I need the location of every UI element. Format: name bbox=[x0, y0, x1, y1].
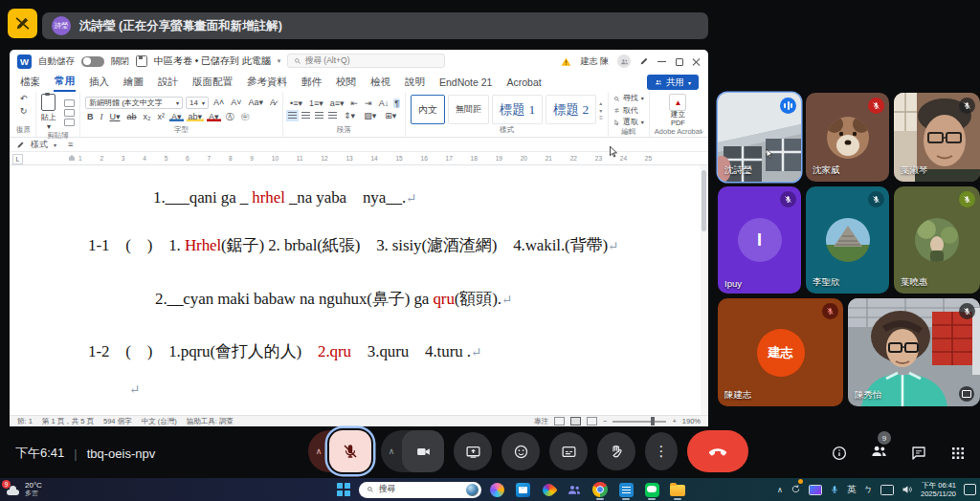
taskbar-app-paint[interactable] bbox=[538, 478, 559, 501]
autosave-toggle[interactable] bbox=[81, 56, 104, 67]
taskbar-app-contacts[interactable] bbox=[615, 478, 636, 501]
style-heading1[interactable]: 標題 1 bbox=[492, 95, 543, 124]
tray-mic-icon[interactable] bbox=[830, 485, 839, 494]
styles-gallery-icon[interactable]: ≡ bbox=[599, 115, 603, 120]
document-scrollbar[interactable] bbox=[701, 165, 707, 415]
tab-acrobat[interactable]: Acrobat bbox=[505, 75, 542, 90]
close-button[interactable] bbox=[692, 57, 701, 66]
tab-selector[interactable]: L bbox=[12, 154, 23, 164]
tab-endnote[interactable]: EndNote 21 bbox=[438, 75, 493, 90]
undo-icon[interactable]: ↶ bbox=[18, 94, 30, 103]
present-screen-button[interactable] bbox=[454, 432, 492, 470]
shrink-font-icon[interactable]: A˅ bbox=[229, 98, 243, 107]
replace-button[interactable]: 取代 bbox=[613, 106, 638, 116]
clear-format-icon[interactable]: A̷ bbox=[268, 98, 278, 107]
subscript-button[interactable]: x₂ bbox=[142, 112, 153, 121]
redo-icon[interactable]: ↻ bbox=[18, 106, 30, 116]
participant-tile[interactable]: 沈家威 bbox=[806, 93, 889, 182]
outdent-icon[interactable]: ⇤ bbox=[349, 98, 361, 108]
annotation-toggle-button[interactable] bbox=[8, 9, 37, 38]
copy-icon[interactable] bbox=[64, 109, 75, 117]
tab-insert[interactable]: 插入 bbox=[88, 74, 110, 91]
find-button[interactable]: 尋找▾ bbox=[613, 94, 644, 103]
bullet-list-icon[interactable]: •≡▾ bbox=[288, 98, 304, 108]
save-icon[interactable] bbox=[136, 55, 147, 67]
account-name[interactable]: 建志 陳 bbox=[580, 55, 609, 68]
style-normal[interactable]: 內文 bbox=[411, 95, 445, 124]
tab-view[interactable]: 檢視 bbox=[369, 74, 391, 91]
document-title[interactable]: 中區考卷 • 已儲存到 此電腦 bbox=[154, 54, 271, 68]
show-marks-icon[interactable]: ¶ bbox=[393, 98, 400, 108]
number-list-icon[interactable]: 1≡▾ bbox=[307, 98, 325, 108]
mic-mute-button[interactable] bbox=[329, 430, 371, 472]
participant-tile[interactable]: 沈詩瑩 bbox=[718, 93, 801, 182]
participant-tile[interactable]: 葉曉惠 bbox=[894, 186, 980, 294]
camera-button[interactable] bbox=[402, 430, 444, 472]
minimize-button[interactable] bbox=[657, 57, 666, 66]
superscript-button[interactable]: x² bbox=[156, 112, 167, 121]
borders-icon[interactable]: ⊞▾ bbox=[383, 111, 398, 120]
tray-display-app-icon[interactable] bbox=[809, 485, 822, 495]
select-button[interactable]: 選取▾ bbox=[613, 118, 644, 127]
account-avatar[interactable] bbox=[617, 54, 631, 68]
tab-draw[interactable]: 繪圖 bbox=[122, 74, 145, 91]
highlight-color-icon[interactable]: ab▾ bbox=[187, 112, 205, 121]
tab-mailings[interactable]: 郵件 bbox=[301, 74, 323, 91]
start-button[interactable] bbox=[333, 478, 354, 501]
document-canvas[interactable]: 1.___qani ga _ hrhel _na yaba nya__.↵ 1-… bbox=[10, 165, 708, 415]
tray-sync-icon[interactable] bbox=[791, 481, 801, 498]
chat-panel-button[interactable] bbox=[910, 445, 927, 462]
participant-tile[interactable]: 陳秀怡 bbox=[848, 298, 980, 406]
multilevel-list-icon[interactable]: a≡▾ bbox=[328, 98, 346, 108]
align-justify-icon[interactable] bbox=[328, 112, 337, 120]
horizontal-ruler[interactable]: L 1 2 3 4 5 6 7 8 9 10 11 12 13 14 15 16… bbox=[10, 152, 708, 165]
ink-pen-icon[interactable] bbox=[639, 56, 649, 66]
styles-scroll-up-icon[interactable]: ▴ bbox=[599, 99, 603, 106]
tab-review[interactable]: 校閱 bbox=[335, 74, 357, 91]
paste-button[interactable]: 貼上 ▾ bbox=[41, 94, 56, 131]
align-left-icon[interactable] bbox=[288, 112, 297, 120]
participant-tile[interactable]: 建志 陳建志 bbox=[718, 298, 843, 406]
sort-icon[interactable]: A↓ bbox=[377, 98, 391, 108]
captions-button[interactable] bbox=[549, 432, 588, 470]
indent-icon[interactable]: ⇥ bbox=[363, 98, 374, 108]
share-button[interactable]: 共用▾ bbox=[647, 75, 699, 90]
style-no-spacing[interactable]: 無間距 bbox=[448, 95, 489, 124]
mic-options-chevron-icon[interactable]: ∧ bbox=[308, 447, 329, 456]
taskbar-app-explorer[interactable] bbox=[667, 478, 688, 501]
taskbar-app-copilot[interactable] bbox=[486, 478, 507, 501]
camera-switch-icon[interactable] bbox=[959, 386, 974, 402]
phonetic-guide-icon[interactable]: ㊥ bbox=[239, 111, 252, 123]
taskbar-search[interactable]: 搜尋 bbox=[359, 482, 481, 498]
align-center-icon[interactable] bbox=[301, 112, 310, 120]
taskbar-clock[interactable]: 下午 06:41 2025/11/20 bbox=[921, 481, 956, 498]
grow-font-icon[interactable]: A˄ bbox=[212, 98, 226, 107]
tab-design[interactable]: 設計 bbox=[157, 74, 179, 91]
taskbar-app-chrome[interactable] bbox=[590, 478, 611, 501]
font-color-icon[interactable]: A▾ bbox=[207, 112, 221, 121]
tab-file[interactable]: 檔案 bbox=[19, 74, 41, 91]
tab-home[interactable]: 常用 bbox=[54, 73, 76, 92]
bold-button[interactable]: B bbox=[85, 112, 96, 121]
annotation-menu-icon[interactable]: ≡ bbox=[68, 140, 73, 149]
italic-button[interactable]: I bbox=[98, 112, 104, 121]
ime-mode-indicator[interactable]: ㄅ bbox=[863, 484, 873, 496]
strikethrough-button[interactable]: ab bbox=[125, 112, 139, 121]
activities-button[interactable] bbox=[949, 445, 967, 462]
raise-hand-button[interactable] bbox=[597, 432, 635, 470]
style-heading2[interactable]: 標題 2 bbox=[546, 95, 596, 124]
participant-tile[interactable]: I Ipuy bbox=[718, 186, 801, 294]
tab-layout[interactable]: 版面配置 bbox=[191, 74, 234, 91]
font-size-select[interactable]: 14▾ bbox=[186, 97, 209, 109]
enclose-char-icon[interactable]: Ⓐ bbox=[224, 111, 236, 123]
participant-tile[interactable]: 李聖欣 bbox=[806, 186, 889, 294]
taskbar-app-teams[interactable] bbox=[564, 478, 585, 501]
underline-button[interactable]: U▾ bbox=[107, 112, 122, 121]
taskbar-app-line[interactable] bbox=[641, 478, 662, 501]
camera-options-chevron-icon[interactable]: ∧ bbox=[381, 447, 402, 456]
line-spacing-icon[interactable]: ⇕▾ bbox=[342, 111, 357, 120]
word-search-box[interactable]: 搜尋 (Alt+Q) bbox=[287, 54, 445, 68]
tray-overflow-chevron-icon[interactable]: ∧ bbox=[777, 486, 783, 494]
cut-icon[interactable] bbox=[64, 99, 75, 107]
collapse-ribbon-icon[interactable]: ⌄ bbox=[699, 127, 704, 135]
